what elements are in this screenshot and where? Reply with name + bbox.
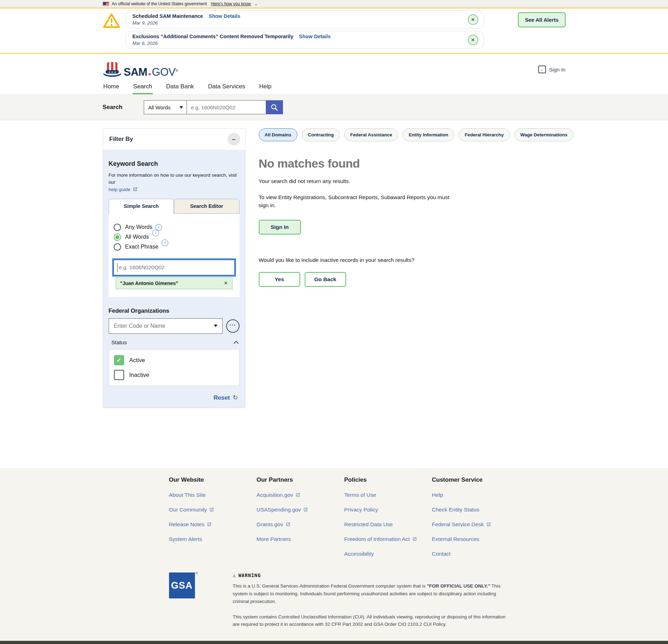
external-link-icon: [133, 187, 137, 191]
collapse-filters-button[interactable]: –: [228, 133, 240, 145]
footer-link-terms-of-use[interactable]: Terms of Use: [344, 492, 432, 498]
no-matches-heading: No matches found: [259, 157, 574, 170]
us-flag-icon: [103, 2, 109, 6]
yes-button[interactable]: Yes: [259, 272, 300, 287]
text-cursor: [117, 263, 118, 272]
close-icon[interactable]: ✕: [468, 35, 478, 45]
search-mode-select[interactable]: All Words: [144, 100, 187, 114]
footer-link-acquisition-gov[interactable]: Acquisition.gov: [257, 492, 344, 498]
tab-search-editor[interactable]: Search Editor: [174, 199, 239, 214]
alerts-section: Scheduled SAM Maintenance Show Details M…: [0, 8, 668, 54]
footer-heading: Customer Service: [432, 476, 520, 483]
results-area: All Domains Contracting Federal Assistan…: [259, 128, 574, 287]
footer-link-federal-service-desk[interactable]: Federal Service Desk: [432, 521, 520, 528]
footer-link-system-alerts[interactable]: System Alerts: [169, 536, 257, 542]
domain-pill-all-domains[interactable]: All Domains: [259, 128, 297, 141]
gov-banner-text: An official website of the United States…: [112, 1, 207, 6]
tab-simple-search[interactable]: Simple Search: [109, 199, 174, 214]
checkbox-label: Inactive: [129, 372, 149, 378]
footer-link-usaspending-gov[interactable]: USASpending.gov: [257, 507, 344, 513]
radio-exact-phrase[interactable]: [114, 243, 121, 251]
filter-by-title: Filter By: [109, 136, 133, 143]
domain-pill-federal-hierarchy[interactable]: Federal Hierarchy: [459, 128, 510, 141]
identifier-footer: SAM.gov An official website of the U.S. …: [0, 641, 668, 644]
simple-search-panel: Any Words i All Words i Exact Phrase i: [109, 214, 239, 297]
alert-title: Exclusions “Additional Comments” Content…: [133, 34, 293, 39]
show-details-link[interactable]: Show Details: [299, 34, 331, 39]
external-link-icon: [207, 522, 211, 527]
checkbox-active-checked[interactable]: ✓: [114, 355, 124, 365]
chevron-down-icon: [180, 106, 183, 109]
help-guide-link[interactable]: help guide: [109, 187, 130, 192]
sign-in-label: Sign In: [549, 67, 566, 73]
footer-link-foia[interactable]: Freedom of Information Act: [344, 536, 432, 542]
footer-link-external-resources[interactable]: External Resources: [432, 536, 520, 542]
sign-in-button[interactable]: Sign In: [259, 220, 301, 235]
domain-pill-contracting[interactable]: Contracting: [302, 128, 340, 141]
nav-item-search[interactable]: Search: [133, 82, 153, 94]
footer-col-customer-service: Customer Service Help Check Entity Statu…: [432, 476, 520, 557]
site-footer: Our Website About This Site Our Communit…: [0, 468, 668, 641]
radio-all-words[interactable]: [114, 233, 121, 241]
gsa-logo[interactable]: GSA ®: [169, 572, 195, 598]
radio-row-exact-phrase[interactable]: Exact Phrase i: [114, 243, 235, 251]
federal-organizations-select[interactable]: Enter Code or Name: [109, 318, 223, 334]
keyword-search-input[interactable]: [114, 260, 235, 275]
enter-arrow-icon: ←: [538, 66, 546, 73]
keyword-search-heading: Keyword Search: [109, 160, 239, 168]
close-icon[interactable]: ✕: [224, 280, 228, 286]
external-link-icon: [303, 507, 308, 512]
search-button[interactable]: [266, 100, 283, 114]
footer-heading: Policies: [344, 476, 432, 483]
info-icon[interactable]: i: [162, 239, 168, 246]
status-option-active[interactable]: ✓ Active: [114, 355, 234, 365]
nav-item-data-services[interactable]: Data Services: [207, 82, 246, 94]
footer-link-more-partners[interactable]: More Partners: [257, 536, 344, 542]
footer-heading: Our Website: [169, 476, 257, 483]
close-icon[interactable]: ✕: [468, 14, 478, 25]
footer-col-our-partners: Our Partners Acquisition.gov USASpending…: [257, 476, 344, 557]
domain-pill-wage-determinations[interactable]: Wage Determinations: [514, 128, 573, 141]
reset-filters-link[interactable]: Reset↻: [214, 394, 238, 401]
main-nav: Home Search Data Bank Data Services Help: [0, 82, 668, 95]
radio-any-words[interactable]: [114, 224, 121, 231]
checkbox-label: Active: [129, 357, 145, 364]
header-sign-in-link[interactable]: ← Sign In: [538, 66, 566, 73]
domain-pill-entity-information[interactable]: Entity Information: [403, 128, 454, 141]
site-header: ★ ★ ★ SAM★GOV® ← Sign In: [0, 54, 668, 82]
keyword-help-text: For more information on how to use our k…: [109, 172, 239, 186]
nav-item-data-bank[interactable]: Data Bank: [166, 82, 195, 94]
heres-how-you-know-link[interactable]: Here's how you know: [211, 1, 251, 6]
radio-row-all-words[interactable]: All Words i: [114, 233, 235, 241]
footer-link-restricted-data-use[interactable]: Restricted Data Use: [344, 521, 432, 528]
domain-pill-federal-assistance[interactable]: Federal Assistance: [344, 128, 398, 141]
nav-item-help[interactable]: Help: [258, 82, 272, 94]
chevron-up-icon[interactable]: [234, 341, 239, 344]
status-option-inactive[interactable]: Inactive: [114, 370, 234, 380]
footer-link-help[interactable]: Help: [432, 492, 520, 498]
refresh-icon: ↻: [232, 394, 238, 401]
search-band: Search All Words: [0, 95, 668, 120]
top-search-input[interactable]: [187, 100, 266, 114]
nav-item-home[interactable]: Home: [103, 82, 120, 94]
see-all-alerts-button[interactable]: See All Alerts: [518, 12, 566, 27]
radio-row-any-words[interactable]: Any Words i: [114, 224, 235, 231]
checkbox-inactive-unchecked[interactable]: [114, 370, 124, 380]
footer-link-release-notes[interactable]: Release Notes: [169, 521, 257, 528]
sam-gov-logo[interactable]: ★ ★ ★ SAM★GOV®: [103, 61, 178, 77]
show-details-link[interactable]: Show Details: [209, 13, 240, 19]
sign-in-required-message: To view Entity Registrations, Subcontrac…: [259, 194, 458, 209]
footer-link-privacy-policy[interactable]: Privacy Policy: [344, 507, 432, 513]
footer-link-accessibility[interactable]: Accessibility: [344, 551, 432, 557]
info-icon[interactable]: i: [152, 230, 159, 236]
footer-link-check-entity-status[interactable]: Check Entity Status: [432, 507, 520, 513]
footer-link-contact[interactable]: Contact: [432, 551, 520, 557]
radio-label: Any Words: [125, 224, 153, 230]
filter-panel: Filter By – Keyword Search For more info…: [103, 128, 245, 408]
org-more-options-button[interactable]: ···: [226, 319, 239, 333]
footer-link-our-community[interactable]: Our Community: [169, 507, 257, 513]
radio-label: All Words: [125, 234, 149, 240]
footer-link-about-this-site[interactable]: About This Site: [169, 492, 257, 498]
footer-link-grants-gov[interactable]: Grants.gov: [257, 521, 344, 528]
go-back-button[interactable]: Go Back: [305, 272, 346, 287]
